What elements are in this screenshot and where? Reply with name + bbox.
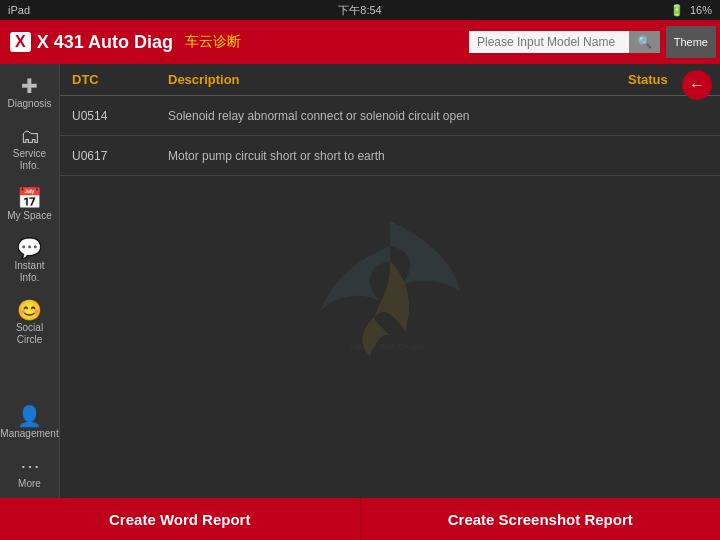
sidebar-label-social-circle: Social Circle [4,322,55,346]
empty-rows [60,176,720,498]
bottom-bar: Create Word Report Create Screenshot Rep… [0,498,720,540]
x-icon: X [10,32,31,52]
time-display: 下午8:54 [338,4,381,16]
header: X X 431 Auto Diag 车云诊断 🔍 Theme [0,20,720,64]
battery-level: 16% [690,4,712,16]
more-icon: ⋯ [20,456,40,476]
sidebar-label-my-space: My Space [7,210,51,222]
diagnosis-icon: ✚ [21,76,38,96]
service-info-icon: 🗂 [20,126,40,146]
col-header-description: Description [160,72,620,87]
search-container: 🔍 [469,31,660,53]
table-row[interactable]: U0514 Solenoid relay abnormal connect or… [60,96,720,136]
screenshot-report-button[interactable]: Create Screenshot Report [361,498,721,540]
cell-dtc-1: U0617 [60,149,160,163]
theme-button[interactable]: Theme [666,26,716,58]
back-button[interactable]: ← [682,70,712,100]
sidebar-item-service-info[interactable]: 🗂 Service Info. [0,118,59,180]
content-area: ← DTC Description Status U0514 Solenoid … [60,64,720,498]
sidebar-label-instant-info: Instant Info. [4,260,55,284]
app-name: X 431 Auto Diag [37,32,173,53]
app-chinese-name: 车云诊断 [185,33,241,51]
word-report-button[interactable]: Create Word Report [0,498,361,540]
sidebar-item-social-circle[interactable]: 😊 Social Circle [0,292,59,354]
sidebar-item-diagnosis[interactable]: ✚ Diagnosis [0,68,59,118]
sidebar-label-service-info: Service Info. [4,148,55,172]
sidebar-item-my-space[interactable]: 📅 My Space [0,180,59,230]
sidebar-item-instant-info[interactable]: 💬 Instant Info. [0,230,59,292]
my-space-icon: 📅 [17,188,42,208]
sidebar-label-diagnosis: Diagnosis [8,98,52,110]
search-input[interactable] [469,31,629,53]
sidebar-item-more[interactable]: ⋯ More [0,448,59,498]
sidebar: ✚ Diagnosis 🗂 Service Info. 📅 My Space 💬… [0,64,60,498]
battery-icon: 🔋 [670,4,684,17]
main-layout: ✚ Diagnosis 🗂 Service Info. 📅 My Space 💬… [0,64,720,498]
sidebar-label-more: More [18,478,41,490]
table-row[interactable]: U0617 Motor pump circuit short or short … [60,136,720,176]
cell-dtc-0: U0514 [60,109,160,123]
search-button[interactable]: 🔍 [629,31,660,53]
sidebar-label-management: Management [0,428,58,440]
table-header: DTC Description Status [60,64,720,96]
cell-desc-0: Solenoid relay abnormal connect or solen… [160,109,620,123]
app-logo: X X 431 Auto Diag 车云诊断 [10,32,241,53]
cell-desc-1: Motor pump circuit short or short to ear… [160,149,620,163]
instant-info-icon: 💬 [17,238,42,258]
social-circle-icon: 😊 [17,300,42,320]
device-name: iPad [8,4,30,16]
col-header-dtc: DTC [60,72,160,87]
sidebar-item-management[interactable]: 👤 Management [0,398,59,448]
status-bar: iPad 下午8:54 🔋 16% [0,0,720,20]
management-icon: 👤 [17,406,42,426]
